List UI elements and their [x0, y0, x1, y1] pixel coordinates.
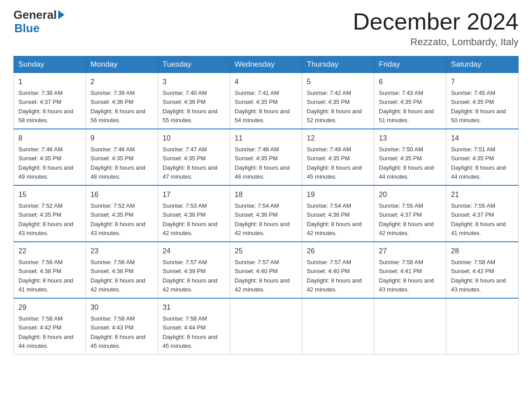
day-info: Sunrise: 7:58 AMSunset: 4:43 PMDaylight:… [90, 315, 146, 349]
table-row: 25 Sunrise: 7:57 AMSunset: 4:40 PMDaylig… [230, 242, 302, 298]
day-info: Sunrise: 7:56 AMSunset: 4:38 PMDaylight:… [90, 259, 146, 293]
location-text: Rezzato, Lombardy, Italy [353, 36, 519, 48]
day-info: Sunrise: 7:54 AMSunset: 4:36 PMDaylight:… [235, 202, 290, 236]
day-info: Sunrise: 7:45 AMSunset: 4:35 PMDaylight:… [451, 90, 506, 124]
table-row: 26 Sunrise: 7:57 AMSunset: 4:40 PMDaylig… [302, 242, 374, 298]
day-info: Sunrise: 7:38 AMSunset: 4:37 PMDaylight:… [18, 90, 73, 124]
col-sunday: Sunday [14, 56, 86, 73]
day-info: Sunrise: 7:54 AMSunset: 4:36 PMDaylight:… [307, 202, 362, 236]
day-number: 12 [307, 133, 369, 144]
day-info: Sunrise: 7:43 AMSunset: 4:35 PMDaylight:… [379, 90, 434, 124]
day-number: 8 [18, 133, 81, 144]
table-row: 12 Sunrise: 7:49 AMSunset: 4:35 PMDaylig… [302, 129, 374, 185]
logo: General Blue [13, 9, 64, 35]
day-info: Sunrise: 7:53 AMSunset: 4:36 PMDaylight:… [163, 202, 218, 236]
table-row: 27 Sunrise: 7:58 AMSunset: 4:41 PMDaylig… [374, 242, 446, 298]
title-block: December 2024 Rezzato, Lombardy, Italy [353, 9, 519, 48]
day-info: Sunrise: 7:52 AMSunset: 4:35 PMDaylight:… [18, 202, 73, 236]
day-number: 5 [307, 77, 369, 87]
day-number: 3 [163, 77, 225, 87]
table-row: 16 Sunrise: 7:52 AMSunset: 4:35 PMDaylig… [86, 185, 158, 242]
table-row: 3 Sunrise: 7:40 AMSunset: 4:36 PMDayligh… [158, 73, 230, 129]
calendar-week-row: 29 Sunrise: 7:58 AMSunset: 4:42 PMDaylig… [14, 298, 519, 355]
calendar-header-row: Sunday Monday Tuesday Wednesday Thursday… [14, 56, 519, 73]
day-number: 11 [235, 133, 297, 144]
day-number: 28 [451, 246, 514, 257]
table-row: 5 Sunrise: 7:42 AMSunset: 4:35 PMDayligh… [302, 73, 374, 129]
table-row [230, 298, 302, 355]
day-info: Sunrise: 7:58 AMSunset: 4:44 PMDaylight:… [163, 315, 218, 349]
day-info: Sunrise: 7:58 AMSunset: 4:41 PMDaylight:… [379, 259, 434, 293]
day-number: 24 [163, 246, 225, 257]
day-info: Sunrise: 7:46 AMSunset: 4:35 PMDaylight:… [90, 146, 146, 180]
table-row: 13 Sunrise: 7:50 AMSunset: 4:35 PMDaylig… [374, 129, 446, 185]
day-number: 17 [163, 189, 225, 200]
day-number: 31 [163, 302, 225, 313]
table-row: 28 Sunrise: 7:58 AMSunset: 4:42 PMDaylig… [446, 242, 519, 298]
day-number: 18 [235, 189, 297, 200]
day-number: 9 [90, 133, 153, 144]
table-row: 20 Sunrise: 7:55 AMSunset: 4:37 PMDaylig… [374, 185, 446, 242]
day-number: 21 [451, 189, 514, 200]
col-saturday: Saturday [446, 56, 519, 73]
table-row: 30 Sunrise: 7:58 AMSunset: 4:43 PMDaylig… [86, 298, 158, 355]
day-number: 10 [163, 133, 225, 144]
table-row: 6 Sunrise: 7:43 AMSunset: 4:35 PMDayligh… [374, 73, 446, 129]
table-row: 1 Sunrise: 7:38 AMSunset: 4:37 PMDayligh… [14, 73, 86, 129]
day-info: Sunrise: 7:57 AMSunset: 4:39 PMDaylight:… [163, 259, 218, 293]
logo-blue-text: Blue [14, 21, 39, 35]
table-row: 9 Sunrise: 7:46 AMSunset: 4:35 PMDayligh… [86, 129, 158, 185]
day-number: 15 [18, 189, 81, 200]
table-row [446, 298, 519, 355]
day-info: Sunrise: 7:50 AMSunset: 4:35 PMDaylight:… [379, 146, 434, 180]
table-row: 31 Sunrise: 7:58 AMSunset: 4:44 PMDaylig… [158, 298, 230, 355]
day-number: 20 [379, 189, 442, 200]
day-info: Sunrise: 7:58 AMSunset: 4:42 PMDaylight:… [18, 315, 73, 349]
table-row: 2 Sunrise: 7:39 AMSunset: 4:36 PMDayligh… [86, 73, 158, 129]
calendar-week-row: 22 Sunrise: 7:56 AMSunset: 4:38 PMDaylig… [14, 242, 519, 298]
col-wednesday: Wednesday [230, 56, 302, 73]
calendar-week-row: 15 Sunrise: 7:52 AMSunset: 4:35 PMDaylig… [14, 185, 519, 242]
day-number: 1 [18, 77, 81, 87]
day-number: 29 [18, 302, 81, 313]
day-number: 23 [90, 246, 153, 257]
table-row: 11 Sunrise: 7:48 AMSunset: 4:35 PMDaylig… [230, 129, 302, 185]
day-info: Sunrise: 7:47 AMSunset: 4:35 PMDaylight:… [163, 146, 218, 180]
logo-general-text: General [13, 9, 57, 21]
day-info: Sunrise: 7:55 AMSunset: 4:37 PMDaylight:… [451, 202, 506, 236]
day-info: Sunrise: 7:56 AMSunset: 4:38 PMDaylight:… [18, 259, 73, 293]
day-info: Sunrise: 7:57 AMSunset: 4:40 PMDaylight:… [235, 259, 290, 293]
day-number: 2 [90, 77, 153, 87]
day-number: 13 [379, 133, 442, 144]
table-row: 7 Sunrise: 7:45 AMSunset: 4:35 PMDayligh… [446, 73, 519, 129]
day-number: 27 [379, 246, 442, 257]
table-row: 23 Sunrise: 7:56 AMSunset: 4:38 PMDaylig… [86, 242, 158, 298]
day-number: 14 [451, 133, 514, 144]
day-number: 4 [235, 77, 297, 87]
page-header: General Blue December 2024 Rezzato, Lomb… [13, 9, 519, 48]
day-number: 6 [379, 77, 442, 87]
calendar-table: Sunday Monday Tuesday Wednesday Thursday… [13, 56, 519, 355]
table-row: 14 Sunrise: 7:51 AMSunset: 4:35 PMDaylig… [446, 129, 519, 185]
day-number: 22 [18, 246, 81, 257]
table-row: 10 Sunrise: 7:47 AMSunset: 4:35 PMDaylig… [158, 129, 230, 185]
col-thursday: Thursday [302, 56, 374, 73]
calendar-week-row: 1 Sunrise: 7:38 AMSunset: 4:37 PMDayligh… [14, 73, 519, 129]
day-info: Sunrise: 7:55 AMSunset: 4:37 PMDaylight:… [379, 202, 434, 236]
col-friday: Friday [374, 56, 446, 73]
logo-arrow-icon [58, 10, 64, 19]
day-info: Sunrise: 7:41 AMSunset: 4:35 PMDaylight:… [235, 90, 290, 124]
day-info: Sunrise: 7:58 AMSunset: 4:42 PMDaylight:… [451, 259, 506, 293]
day-info: Sunrise: 7:52 AMSunset: 4:35 PMDaylight:… [90, 202, 146, 236]
table-row: 18 Sunrise: 7:54 AMSunset: 4:36 PMDaylig… [230, 185, 302, 242]
day-number: 25 [235, 246, 297, 257]
day-number: 16 [90, 189, 153, 200]
table-row: 4 Sunrise: 7:41 AMSunset: 4:35 PMDayligh… [230, 73, 302, 129]
day-info: Sunrise: 7:42 AMSunset: 4:35 PMDaylight:… [307, 90, 362, 124]
table-row: 24 Sunrise: 7:57 AMSunset: 4:39 PMDaylig… [158, 242, 230, 298]
day-info: Sunrise: 7:49 AMSunset: 4:35 PMDaylight:… [307, 146, 362, 180]
table-row: 17 Sunrise: 7:53 AMSunset: 4:36 PMDaylig… [158, 185, 230, 242]
table-row [302, 298, 374, 355]
day-info: Sunrise: 7:40 AMSunset: 4:36 PMDaylight:… [163, 90, 218, 124]
col-tuesday: Tuesday [158, 56, 230, 73]
